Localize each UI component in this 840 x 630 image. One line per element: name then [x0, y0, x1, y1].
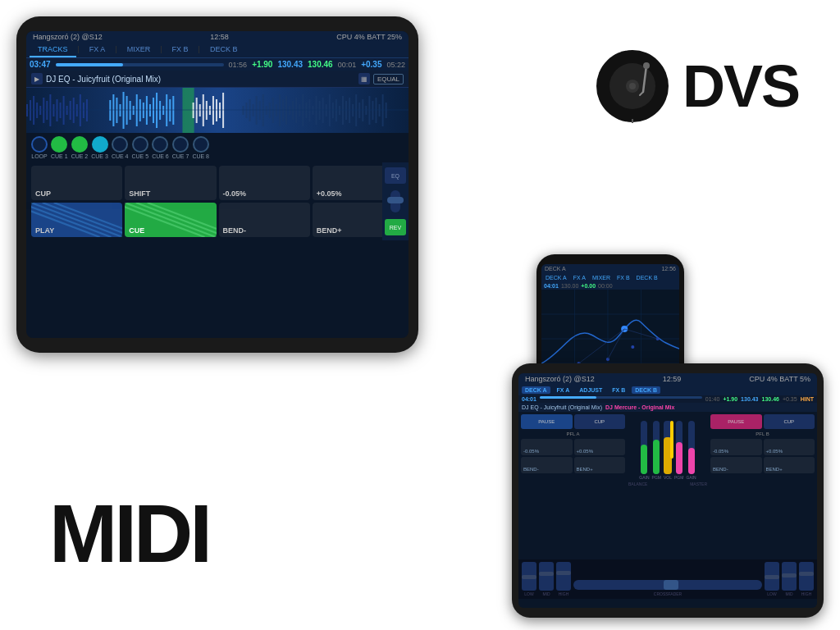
mini-bottom-mid-track-r[interactable] [782, 562, 797, 591]
mini-bpm2: 130.46 [762, 396, 779, 402]
cue-loop-label: LOOP [31, 153, 47, 159]
mini-bottom-low-track-l[interactable] [522, 562, 536, 591]
cue-6[interactable]: CUE 6 [152, 136, 169, 159]
iphone-tab-mixer[interactable]: MIXER [590, 274, 613, 281]
pad-play[interactable]: PLAY [31, 203, 122, 237]
mini-bottom-mid-track-l[interactable] [539, 562, 554, 591]
svg-rect-17 [80, 94, 81, 126]
mini-slider-track-gain-r[interactable] [688, 421, 695, 474]
mini-slider-track-pgm-r[interactable] [676, 421, 682, 474]
cue-8[interactable]: CUE 8 [192, 136, 209, 159]
tab-deckb[interactable]: DECK B [202, 43, 246, 57]
iphone-tab-fxb[interactable]: FX B [614, 274, 632, 281]
grid-icon[interactable]: ▦ [358, 73, 370, 84]
strip-slider[interactable] [390, 190, 400, 212]
svg-rect-79 [336, 99, 337, 121]
svg-rect-46 [209, 106, 211, 115]
mini-tab-fxa[interactable]: FX A [554, 386, 573, 394]
mini-cup-b[interactable]: CUP [764, 414, 815, 429]
mini-bottom-high-label-l: HIGH [559, 591, 569, 596]
mini-deck-a-btns: PAUSE CUP [521, 414, 625, 429]
cue6-label: CUE 6 [152, 153, 169, 159]
mini-pad-bend-minus-b[interactable]: BEND- [710, 457, 762, 473]
svg-rect-59 [269, 103, 271, 118]
cue-loop[interactable]: LOOP [31, 136, 48, 159]
mini-pad-bend-minus-a[interactable]: BEND- [521, 457, 573, 473]
ipad-mini: Hangszoró (2) @S12 12:59 CPU 4% BATT 5% … [512, 363, 824, 618]
mini-track-row: DJ EQ - Juicyfruit (Original Mix) DJ Mer… [518, 403, 817, 412]
pad-cup[interactable]: CUP [31, 166, 122, 200]
mini-pad-bend-plus-b[interactable]: BEND+ [764, 457, 815, 473]
mini-pad-minus005-b[interactable]: -0.05% [710, 439, 762, 455]
progress-fill [56, 63, 123, 66]
cue-3[interactable]: CUE 3 [91, 136, 108, 159]
pad-cue[interactable]: CUE [125, 203, 216, 237]
mini-pad-bend-plus-a[interactable]: BEND+ [574, 457, 626, 473]
cue4-circle [112, 136, 128, 153]
progress-bar[interactable] [56, 63, 224, 66]
cue7-circle [172, 136, 189, 153]
mini-pad-plus005-a[interactable]: +0.05% [574, 439, 626, 455]
tab-tracks[interactable]: TRACKS [30, 43, 76, 57]
iphone-tab-fxa[interactable]: FX A [571, 274, 588, 281]
cue-1[interactable]: CUE 1 [51, 136, 68, 159]
pad-bend-minus[interactable]: BEND- [219, 203, 310, 237]
mini-tab-fxb[interactable]: FX B [609, 386, 628, 394]
strip-equal-btn[interactable]: EQ [385, 167, 406, 184]
pad-minus005[interactable]: -0.05% [219, 166, 310, 200]
cue-7[interactable]: CUE 7 [172, 136, 189, 159]
mini-time2: 01:40 [705, 396, 720, 402]
track-row: ▶ DJ EQ - Juicyfruit (Original Mix) ▦ EQ… [26, 71, 409, 88]
mini-tab-deckb[interactable]: DECK B [632, 386, 660, 394]
tab-mixer[interactable]: MIXER [119, 43, 159, 57]
mini-bottom-high-track-l[interactable] [556, 562, 571, 591]
svg-rect-80 [339, 106, 340, 115]
cue-5[interactable]: CUE 5 [132, 136, 149, 159]
eq-label[interactable]: EQUAL [373, 74, 404, 84]
iphone-time-val2: 00:00 [598, 283, 613, 289]
cue6-circle [152, 136, 168, 153]
play-icon[interactable]: ▶ [31, 73, 43, 84]
svg-rect-34 [156, 93, 158, 128]
waveform-area[interactable] [26, 88, 409, 133]
svg-rect-27 [133, 106, 135, 115]
mini-slider-track-gain-l[interactable] [641, 421, 647, 474]
mini-crossfader-track[interactable] [573, 580, 762, 590]
tab-fxa[interactable]: FX A [81, 43, 114, 57]
tab-fxb[interactable]: FX B [164, 43, 197, 57]
svg-rect-39 [172, 96, 174, 125]
svg-rect-9 [52, 104, 54, 116]
mini-tab-adjust[interactable]: ADJUST [576, 386, 605, 394]
cue-4[interactable]: CUE 4 [112, 136, 129, 159]
mini-bottom-low-track-r[interactable] [765, 562, 779, 591]
mini-bottom-high-r: HIGH [799, 562, 814, 596]
svg-rect-4 [36, 103, 38, 118]
cue-2[interactable]: CUE 2 [71, 136, 89, 159]
svg-rect-18 [83, 103, 84, 118]
mini-pause-a[interactable]: PAUSE [521, 414, 573, 429]
mini-slider-track-vol[interactable] [664, 421, 672, 474]
cue3-label: CUE 3 [91, 153, 108, 159]
svg-rect-74 [319, 101, 321, 120]
iphone-tab-deckb[interactable]: DECK B [634, 274, 660, 281]
svg-rect-23 [119, 104, 121, 116]
mini-pad-plus005-b[interactable]: +0.05% [764, 439, 815, 455]
mini-slider-track-pgm-l[interactable] [653, 421, 660, 474]
strip-rev-btn[interactable]: REV [385, 219, 406, 235]
svg-rect-52 [245, 103, 247, 118]
mini-status-center: 12:59 [663, 375, 682, 383]
cue8-label: CUE 8 [192, 153, 209, 159]
mini-pause-b[interactable]: PAUSE [710, 414, 762, 429]
mini-bottom-high-track-r[interactable] [799, 562, 814, 591]
mini-adj2: +0.35 [783, 396, 797, 402]
svg-rect-51 [242, 106, 244, 115]
svg-rect-75 [322, 98, 324, 123]
pad-shift[interactable]: SHIFT [125, 166, 216, 200]
mini-bottom-high-thumb-r [799, 572, 814, 576]
mini-balance-labels: BALANCE MASTER [627, 482, 709, 486]
iphone-tab-decka[interactable]: DECK A [543, 274, 569, 281]
mini-cup-a[interactable]: CUP [574, 414, 626, 429]
mini-tab-decka[interactable]: DECK A [522, 386, 550, 394]
cue-row: LOOP CUE 1 CUE 2 CUE 3 CUE 4 CUE 5 [26, 133, 409, 162]
mini-pad-minus005-a[interactable]: -0.05% [521, 439, 573, 455]
